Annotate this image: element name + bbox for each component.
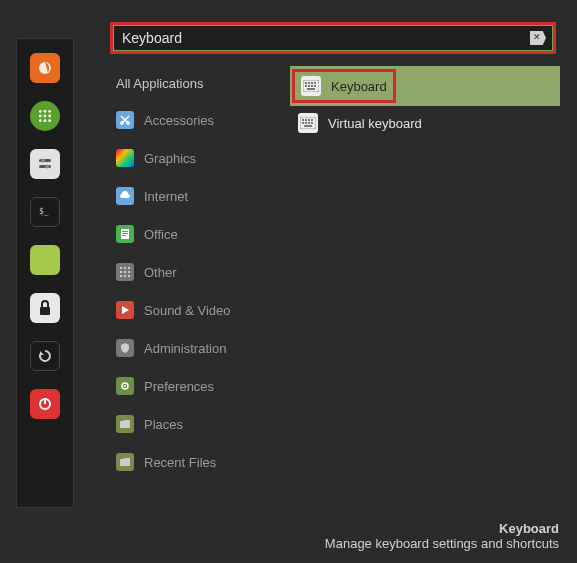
svg-rect-54 bbox=[304, 125, 312, 127]
category-label: Recent Files bbox=[144, 455, 216, 470]
category-preferences[interactable]: Preferences bbox=[110, 367, 260, 405]
category-label: Sound & Video bbox=[144, 303, 231, 318]
svg-rect-36 bbox=[305, 82, 307, 84]
category-label: Graphics bbox=[144, 151, 196, 166]
svg-point-4 bbox=[39, 115, 42, 118]
launcher-bar: $_ bbox=[16, 38, 74, 508]
grid-icon bbox=[116, 263, 134, 281]
scissors-icon bbox=[116, 111, 134, 129]
svg-rect-46 bbox=[302, 119, 304, 121]
svg-point-2 bbox=[44, 110, 47, 113]
svg-rect-28 bbox=[124, 271, 126, 273]
svg-rect-30 bbox=[120, 275, 122, 277]
launcher-apps-icon[interactable] bbox=[30, 101, 60, 131]
search-input[interactable] bbox=[120, 30, 530, 46]
svg-rect-43 bbox=[314, 85, 316, 87]
category-label: All Applications bbox=[116, 76, 203, 91]
category-administration[interactable]: Administration bbox=[110, 329, 260, 367]
svg-point-6 bbox=[48, 115, 51, 118]
svg-rect-47 bbox=[305, 119, 307, 121]
category-sound-video[interactable]: Sound & Video bbox=[110, 291, 260, 329]
svg-rect-26 bbox=[128, 267, 130, 269]
svg-point-0 bbox=[39, 62, 51, 74]
search-highlight bbox=[110, 22, 556, 54]
svg-rect-24 bbox=[120, 267, 122, 269]
clear-search-icon[interactable] bbox=[530, 31, 546, 45]
result-label: Keyboard bbox=[331, 79, 387, 94]
svg-rect-17 bbox=[44, 398, 46, 404]
category-label: Other bbox=[144, 265, 177, 280]
svg-point-7 bbox=[39, 119, 42, 122]
palette-icon bbox=[116, 149, 134, 167]
category-label: Preferences bbox=[144, 379, 214, 394]
category-label: Places bbox=[144, 417, 183, 432]
svg-rect-48 bbox=[308, 119, 310, 121]
app-description-text: Manage keyboard settings and shortcuts bbox=[325, 536, 559, 551]
svg-rect-22 bbox=[122, 233, 128, 234]
category-accessories[interactable]: Accessories bbox=[110, 101, 260, 139]
keyboard-icon bbox=[301, 76, 321, 96]
svg-rect-32 bbox=[128, 275, 130, 277]
launcher-lock-icon[interactable] bbox=[30, 293, 60, 323]
keyboard-icon bbox=[298, 113, 318, 133]
svg-point-12 bbox=[41, 159, 45, 163]
svg-rect-41 bbox=[308, 85, 310, 87]
play-icon bbox=[116, 301, 134, 319]
category-graphics[interactable]: Graphics bbox=[110, 139, 260, 177]
document-icon bbox=[116, 225, 134, 243]
svg-rect-23 bbox=[122, 235, 126, 236]
folder-icon bbox=[116, 415, 134, 433]
cloud-icon bbox=[116, 187, 134, 205]
svg-rect-42 bbox=[311, 85, 313, 87]
svg-rect-25 bbox=[124, 267, 126, 269]
svg-point-9 bbox=[48, 119, 51, 122]
svg-rect-52 bbox=[308, 122, 310, 124]
launcher-firefox-icon[interactable] bbox=[30, 53, 60, 83]
launcher-files-icon[interactable] bbox=[30, 245, 60, 275]
svg-text:$_: $_ bbox=[39, 207, 49, 216]
svg-rect-38 bbox=[311, 82, 313, 84]
launcher-power-icon[interactable] bbox=[30, 389, 60, 419]
svg-rect-51 bbox=[305, 122, 307, 124]
category-places[interactable]: Places bbox=[110, 405, 260, 443]
svg-rect-53 bbox=[311, 122, 313, 124]
svg-rect-39 bbox=[314, 82, 316, 84]
svg-rect-40 bbox=[305, 85, 307, 87]
launcher-settings-icon[interactable] bbox=[30, 149, 60, 179]
app-menu: All Applications Accessories Graphics In… bbox=[110, 22, 570, 481]
svg-rect-44 bbox=[307, 88, 315, 90]
category-label: Internet bbox=[144, 189, 188, 204]
app-description: Keyboard Manage keyboard settings and sh… bbox=[325, 521, 559, 551]
svg-point-3 bbox=[48, 110, 51, 113]
shield-icon bbox=[116, 339, 134, 357]
svg-point-13 bbox=[45, 165, 49, 169]
gear-icon bbox=[116, 377, 134, 395]
category-label: Office bbox=[144, 227, 178, 242]
result-virtual-keyboard[interactable]: Virtual keyboard bbox=[290, 106, 560, 140]
folder-recent-icon bbox=[116, 453, 134, 471]
svg-point-1 bbox=[39, 110, 42, 113]
launcher-reload-icon[interactable] bbox=[30, 341, 60, 371]
category-all[interactable]: All Applications bbox=[110, 66, 260, 101]
category-label: Accessories bbox=[144, 113, 214, 128]
category-label: Administration bbox=[144, 341, 226, 356]
results-list: Keyboard Virtual keyboard bbox=[290, 66, 560, 481]
app-description-title: Keyboard bbox=[325, 521, 559, 536]
svg-rect-15 bbox=[40, 307, 50, 315]
result-label: Virtual keyboard bbox=[328, 116, 422, 131]
category-office[interactable]: Office bbox=[110, 215, 260, 253]
svg-rect-29 bbox=[128, 271, 130, 273]
svg-point-8 bbox=[44, 119, 47, 122]
svg-rect-21 bbox=[122, 231, 128, 232]
result-keyboard[interactable]: Keyboard bbox=[290, 66, 560, 106]
svg-point-5 bbox=[44, 115, 47, 118]
svg-rect-37 bbox=[308, 82, 310, 84]
result-highlight: Keyboard bbox=[292, 69, 396, 103]
search-box[interactable] bbox=[113, 25, 553, 51]
svg-rect-31 bbox=[124, 275, 126, 277]
category-recent-files[interactable]: Recent Files bbox=[110, 443, 260, 481]
launcher-terminal-icon[interactable]: $_ bbox=[30, 197, 60, 227]
category-list: All Applications Accessories Graphics In… bbox=[110, 66, 260, 481]
category-internet[interactable]: Internet bbox=[110, 177, 260, 215]
category-other[interactable]: Other bbox=[110, 253, 260, 291]
